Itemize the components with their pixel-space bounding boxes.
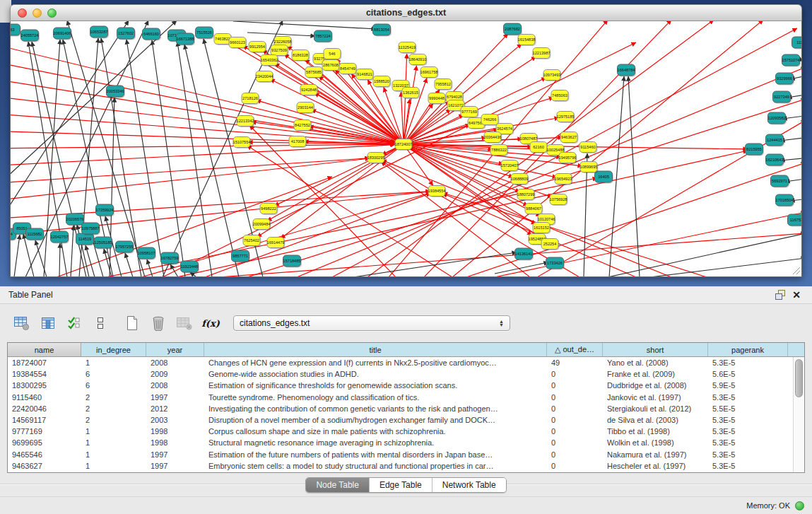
graph-node[interactable]: 16671388 bbox=[177, 33, 195, 45]
graph-node[interactable]: 252254 bbox=[541, 239, 559, 250]
graph-node[interactable]: 417008 bbox=[289, 136, 307, 148]
canvas-resize-grip[interactable] bbox=[793, 267, 800, 274]
graph-node[interactable]: 8454749 bbox=[339, 64, 357, 75]
graph-node[interactable]: 12042757 bbox=[51, 231, 69, 243]
table-row[interactable]: 1830029562008Estimation of significance … bbox=[8, 380, 804, 391]
delete-table-button[interactable] bbox=[149, 314, 167, 332]
window-titlebar[interactable]: citations_edges.txt bbox=[10, 4, 802, 21]
graph-node[interactable]: 20053346 bbox=[107, 86, 125, 98]
graph-node[interactable]: 12213987 bbox=[533, 48, 551, 59]
graph-node[interactable]: 10975887 bbox=[82, 223, 100, 235]
column-header[interactable]: △ out_de… bbox=[547, 343, 603, 356]
tab-edge-table[interactable]: Edge Table bbox=[370, 478, 433, 492]
graph-node[interactable]: 16210643 bbox=[766, 154, 784, 166]
graph-node[interactable]: 24055724 bbox=[21, 30, 40, 42]
graph-node[interactable]: 9990448 bbox=[428, 93, 446, 105]
graph-node[interactable]: 18300295 bbox=[367, 153, 386, 164]
graph-edge[interactable] bbox=[71, 226, 73, 276]
table-row[interactable]: 1872400712008Changes of HCN gene express… bbox=[8, 357, 804, 368]
close-button[interactable] bbox=[18, 8, 27, 18]
graph-edge[interactable] bbox=[314, 93, 404, 144]
graph-node[interactable]: 9329966 bbox=[776, 73, 794, 85]
graph-node[interactable]: 116753 bbox=[788, 214, 802, 226]
column-header[interactable]: name bbox=[8, 343, 81, 356]
graph-node[interactable]: 1115682 bbox=[26, 228, 45, 240]
graph-node[interactable]: 12505185 bbox=[95, 237, 113, 249]
graph-node[interactable]: 5692971 bbox=[771, 175, 789, 187]
graph-node[interactable]: 16405 bbox=[595, 171, 613, 183]
graph-node[interactable]: 9912954 bbox=[249, 42, 266, 53]
graph-node[interactable]: 9146821 bbox=[356, 69, 374, 81]
scrollbar-thumb[interactable] bbox=[795, 359, 803, 397]
graph-node[interactable]: 17359924 bbox=[96, 204, 114, 216]
graph-node[interactable]: 8186328 bbox=[292, 50, 310, 62]
graph-node[interactable]: 19495796 bbox=[559, 153, 577, 164]
minimize-button[interactable] bbox=[33, 8, 42, 18]
graph-node[interactable]: 1112 bbox=[792, 37, 802, 49]
function-builder-button[interactable]: f(x) bbox=[201, 314, 220, 332]
graph-node[interactable]: 20099484 bbox=[253, 219, 271, 230]
graph-node[interactable]: 17957255 bbox=[116, 241, 134, 253]
graph-node[interactable]: 10688809 bbox=[511, 174, 529, 185]
graph-node[interactable]: 16154838 bbox=[518, 35, 536, 46]
graph-node[interactable]: 6466160 bbox=[143, 28, 161, 40]
graph-edge[interactable] bbox=[11, 21, 129, 221]
tab-network-table[interactable]: Network Table bbox=[433, 478, 506, 492]
graph-node[interactable]: 2718126 bbox=[242, 93, 259, 105]
table-row[interactable]: 1456911722003Disruption of a novel membe… bbox=[8, 414, 804, 426]
graph-edge[interactable] bbox=[86, 245, 95, 276]
table-row[interactable]: 1938455462009Genome-wide association stu… bbox=[8, 368, 804, 380]
graph-node[interactable]: 2903144 bbox=[297, 103, 314, 114]
tab-node-table[interactable]: Node Table bbox=[306, 478, 370, 492]
graph-node[interactable]: 7485063 bbox=[551, 90, 569, 102]
graph-node[interactable]: 19654923 bbox=[555, 174, 573, 185]
graph-node[interactable]: 5875685 bbox=[305, 67, 323, 78]
graph-node[interactable]: 114519 bbox=[76, 233, 95, 245]
column-header[interactable]: pagerank bbox=[708, 343, 788, 356]
column-header[interactable]: in_degree bbox=[81, 343, 146, 356]
graph-node[interactable]: 11923448 bbox=[181, 261, 199, 273]
graph-node[interactable]: 8215955 bbox=[746, 144, 764, 156]
graph-node[interactable]: 18640910 bbox=[409, 54, 428, 66]
graph-node[interactable]: 12213342 bbox=[237, 116, 255, 127]
graph-node[interactable]: 15107554 bbox=[233, 137, 252, 148]
graph-node[interactable]: 12093582 bbox=[768, 112, 787, 124]
column-header[interactable]: year bbox=[146, 343, 204, 356]
graph-node[interactable]: 9777169 bbox=[461, 107, 478, 118]
select-all-button[interactable] bbox=[65, 314, 83, 332]
table-row[interactable]: 946554611997Estimation of the future num… bbox=[8, 449, 804, 460]
graph-node[interactable]: 16782759 bbox=[161, 252, 180, 264]
graph-node[interactable]: 2087682 bbox=[504, 23, 522, 35]
graph-node[interactable]: 10899695 bbox=[580, 162, 599, 173]
graph-node[interactable]: 1615152 bbox=[533, 223, 551, 234]
graph-node[interactable]: 9115460 bbox=[579, 142, 597, 153]
graph-node[interactable]: 7625402 bbox=[243, 235, 261, 247]
graph-node[interactable]: 10756928 bbox=[550, 194, 568, 206]
graph-node[interactable]: 16961758 bbox=[420, 67, 439, 78]
graph-edge[interactable] bbox=[59, 243, 60, 276]
graph-node[interactable]: 16543362 bbox=[261, 55, 279, 66]
graph-node[interactable]: 16648784 bbox=[618, 64, 636, 76]
network-canvas[interactable]: 1632405572420691406106532871527602646616… bbox=[10, 21, 802, 277]
float-panel-button[interactable] bbox=[772, 290, 789, 300]
graph-node[interactable]: 7886322 bbox=[490, 145, 508, 156]
graph-node[interactable]: 1527602 bbox=[117, 28, 136, 40]
graph-node[interactable]: 1362615 bbox=[402, 88, 420, 99]
close-panel-button[interactable]: ✕ bbox=[789, 289, 804, 300]
graph-node[interactable]: 9463627 bbox=[560, 132, 578, 144]
graph-node[interactable]: 9660123 bbox=[229, 37, 247, 49]
graph-node[interactable]: 746266 bbox=[481, 115, 499, 126]
graph-edge[interactable] bbox=[247, 33, 315, 36]
table-row[interactable]: 911546021997Tourette syndrome. Phenomeno… bbox=[8, 392, 804, 403]
graph-edge[interactable] bbox=[650, 258, 801, 276]
graph-node[interactable]: 62160 bbox=[530, 142, 548, 153]
graph-edge[interactable] bbox=[126, 40, 164, 276]
graph-edge[interactable] bbox=[14, 235, 20, 276]
graph-node[interactable]: 14136141 bbox=[515, 248, 534, 260]
graph-node[interactable]: 10653287 bbox=[90, 26, 109, 38]
table-row[interactable]: 946362711997Embryonic stem cells: a mode… bbox=[8, 460, 804, 472]
graph-node[interactable]: 9857771 bbox=[232, 250, 250, 262]
graph-node[interactable]: 9498222 bbox=[260, 204, 278, 215]
graph-node[interactable]: 18807299 bbox=[517, 189, 536, 201]
graph-node[interactable]: 1244415 bbox=[766, 134, 784, 146]
